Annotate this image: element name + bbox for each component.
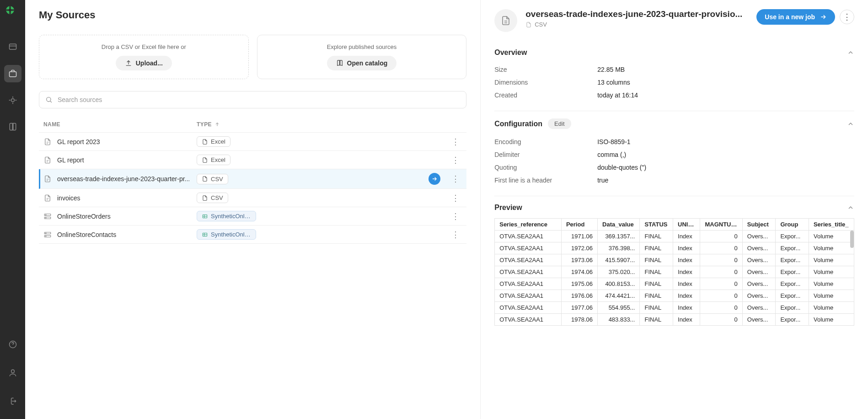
edit-button[interactable]: Edit <box>548 118 571 129</box>
svg-rect-2 <box>9 44 16 49</box>
detail-title: overseas-trade-indexes-june-2023-quarter… <box>525 9 748 19</box>
row-more-button[interactable]: ⋮ <box>449 212 462 220</box>
preview-col-header[interactable]: Data_value <box>598 219 640 231</box>
file-icon <box>525 21 532 28</box>
svg-point-1 <box>9 9 11 11</box>
upload-button-label: Upload... <box>136 59 163 67</box>
nav-help-icon[interactable] <box>4 336 21 353</box>
preview-row: OTVA.SEA2AA11976.06474.4421...FINALIndex… <box>495 290 854 302</box>
sources-list: GL report 2023Excel⋮GL reportExcel⋮overs… <box>39 132 466 244</box>
kv-key: Encoding <box>494 138 597 145</box>
navbar <box>0 0 25 419</box>
kv-key: Created <box>494 91 597 99</box>
source-name: OnlineStoreOrders <box>57 213 197 220</box>
source-type-badge: Excel <box>197 136 230 147</box>
row-more-button[interactable]: ⋮ <box>449 138 462 146</box>
source-name: invoices <box>57 194 197 202</box>
kv-value: ISO-8859-1 <box>597 138 630 145</box>
kv-value: 13 columns <box>597 79 630 86</box>
preview-col-header[interactable]: Series_title_ <box>809 219 854 231</box>
kv-value: true <box>597 177 608 184</box>
preview-row: OTVA.SEA2AA11975.06400.8153...FINALIndex… <box>495 278 854 290</box>
source-row[interactable]: GL report 2023Excel⋮ <box>39 132 466 151</box>
open-catalog-button[interactable]: Open catalog <box>327 56 397 70</box>
arrow-right-icon <box>820 13 827 21</box>
svg-point-16 <box>46 236 46 236</box>
kv-key: Delimiter <box>494 151 597 158</box>
preview-row: OTVA.SEA2AA11978.06483.833...FINALIndex0… <box>495 314 854 326</box>
preview-col-header[interactable]: STATUS <box>640 219 673 231</box>
nav-logout-icon[interactable] <box>4 392 21 410</box>
detail-subtype: CSV <box>535 21 547 28</box>
preview-col-header[interactable]: MAGNTUDE <box>700 219 742 231</box>
row-more-button[interactable]: ⋮ <box>449 231 462 239</box>
sources-panel: My Sources Drop a CSV or Excel file here… <box>25 0 480 419</box>
source-name: OnlineStoreContacts <box>57 231 197 238</box>
svg-point-6 <box>11 370 14 373</box>
page-title: My Sources <box>39 9 466 21</box>
app-logo <box>5 5 20 20</box>
preview-col-header[interactable]: Group <box>776 219 809 231</box>
row-more-button[interactable]: ⋮ <box>449 156 462 164</box>
kv-value: double-quotes (") <box>597 164 646 171</box>
source-type-badge: Excel <box>197 155 230 165</box>
preview-row: OTVA.SEA2AA11973.06415.5907...FINALIndex… <box>495 254 854 266</box>
book-icon <box>336 59 343 67</box>
svg-point-7 <box>47 97 51 102</box>
source-row[interactable]: invoicesCSV⋮ <box>39 189 466 207</box>
source-name: GL report 2023 <box>57 138 197 145</box>
nav-sources-icon[interactable] <box>4 65 21 82</box>
preview-row: OTVA.SEA2AA11974.06375.020...FINALIndex0… <box>495 266 854 278</box>
chevron-up-icon[interactable] <box>847 204 854 211</box>
kv-value: today at 16:14 <box>597 91 638 99</box>
source-name: overseas-trade-indexes-june-2023-quarter… <box>57 175 197 183</box>
column-header-type[interactable]: TYPE <box>197 121 288 128</box>
source-row[interactable]: OnlineStoreContactsSyntheticOnlin...⋮ <box>39 226 466 244</box>
row-more-button[interactable]: ⋮ <box>449 175 462 183</box>
preview-title: Preview <box>494 204 522 212</box>
source-row[interactable]: GL reportExcel⋮ <box>39 151 466 169</box>
detail-panel: overseas-trade-indexes-june-2023-quarter… <box>480 0 868 419</box>
source-row[interactable]: overseas-trade-indexes-june-2023-quarter… <box>39 169 466 189</box>
catalog-hint: Explore published sources <box>267 43 457 50</box>
source-type-badge: CSV <box>197 193 228 203</box>
detail-more-button[interactable]: ⋮ <box>840 10 854 24</box>
upload-hint: Drop a CSV or Excel file here or <box>48 43 239 50</box>
preview-row: OTVA.SEA2AA11977.06554.955...FINALIndex0… <box>495 302 854 314</box>
preview-col-header[interactable]: UNITS <box>673 219 700 231</box>
nav-user-icon[interactable] <box>4 364 21 381</box>
scrollbar-thumb[interactable] <box>850 231 854 248</box>
preview-col-header[interactable]: Period <box>561 219 597 231</box>
source-name: GL report <box>57 156 197 164</box>
preview-row: OTVA.SEA2AA11972.06376.398...FINALIndex0… <box>495 242 854 254</box>
upload-card[interactable]: Drop a CSV or Excel file here or Upload.… <box>39 35 249 79</box>
use-in-new-job-button[interactable]: Use in a new job <box>756 9 835 25</box>
source-row[interactable]: OnlineStoreOrdersSyntheticOnlin...⋮ <box>39 207 466 226</box>
preview-table-wrap: Series_referencePeriodData_valueSTATUSUN… <box>494 218 854 326</box>
kv-key: Dimensions <box>494 79 597 86</box>
nav-docs-icon[interactable] <box>4 118 21 135</box>
svg-point-10 <box>46 215 46 215</box>
catalog-button-label: Open catalog <box>347 59 388 67</box>
preview-col-header[interactable]: Series_reference <box>495 219 561 231</box>
chevron-up-icon[interactable] <box>847 120 854 128</box>
detail-file-icon <box>494 9 517 32</box>
kv-value: comma (,) <box>597 151 626 158</box>
chevron-up-icon[interactable] <box>847 49 854 56</box>
nav-targets-icon[interactable] <box>4 91 21 109</box>
preview-col-header[interactable]: Subject <box>742 219 776 231</box>
nav-workspace-icon[interactable] <box>4 38 21 56</box>
search-input[interactable] <box>39 91 466 108</box>
column-header-name[interactable]: NAME <box>43 121 197 128</box>
upload-button[interactable]: Upload... <box>116 56 172 70</box>
catalog-card: Explore published sources Open catalog <box>257 35 467 79</box>
preview-row: OTVA.SEA2AA11971.06369.1357...FINALIndex… <box>495 231 854 242</box>
source-type-badge: SyntheticOnlin... <box>197 229 256 240</box>
row-more-button[interactable]: ⋮ <box>449 194 462 202</box>
overview-title: Overview <box>494 48 527 57</box>
source-type-badge: SyntheticOnlin... <box>197 211 256 221</box>
upload-icon <box>125 59 132 67</box>
open-source-button[interactable] <box>429 173 440 185</box>
source-type-badge: CSV <box>197 174 228 184</box>
kv-key: Size <box>494 66 597 73</box>
